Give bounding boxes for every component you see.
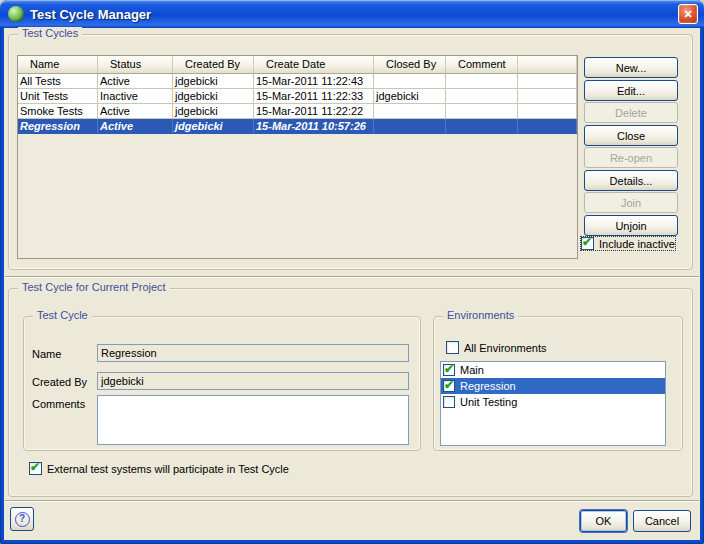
cell-create-date: 15-Mar-2011 11:22:33 [254,89,374,103]
column-header-closed-by[interactable]: Closed By [374,56,446,73]
cell-closed-by [374,104,446,118]
cell-closed-by [374,74,446,88]
created-by-field[interactable] [97,372,409,390]
reopen-button: Re-open [584,147,678,168]
current-project-group: Test Cycle for Current Project Test Cycl… [8,288,693,497]
name-field[interactable] [97,344,409,362]
help-icon: ? [15,512,30,527]
cell-name: Regression [18,119,98,133]
environment-item-main[interactable]: ✔ Main [441,362,665,378]
close-icon: ✕ [683,8,692,20]
footer-divider [5,500,699,502]
test-cycles-group: Test Cycles Name Status Created By Creat… [8,34,693,270]
help-button[interactable]: ? [10,507,34,531]
check-icon: ✔ [582,235,592,249]
ok-button[interactable]: OK [580,510,627,532]
cell-status: Inactive [98,89,173,103]
checkbox-box [446,341,459,354]
external-systems-checkbox[interactable]: ✔ External test systems will participate… [29,462,289,475]
screen: Test Cycle Manager ✕ Test Cycles Name St… [0,0,704,544]
cell-status: Active [98,119,173,133]
checkbox-box: ✔ [443,364,455,376]
table-row-all-tests[interactable]: All Tests Active jdgebicki 15-Mar-2011 1… [18,74,577,89]
current-project-group-label: Test Cycle for Current Project [18,281,170,293]
checkbox-box [443,396,455,408]
table-row-unit-tests[interactable]: Unit Tests Inactive jdgebicki 15-Mar-201… [18,89,577,104]
cancel-button[interactable]: Cancel [633,510,691,532]
checkbox-box: ✔ [581,237,594,250]
table-header-row: Name Status Created By Create Date Close… [18,56,577,74]
cell-status: Active [98,104,173,118]
test-cycle-subgroup: Test Cycle Name Created By Comments [23,316,421,451]
test-cycles-group-label: Test Cycles [18,27,82,39]
cell-comment [446,119,518,133]
details-button[interactable]: Details... [584,170,678,191]
column-header-filler [518,56,577,73]
cell-comment [446,89,518,103]
table-row-smoke-tests[interactable]: Smoke Tests Active jdgebicki 15-Mar-2011… [18,104,577,119]
delete-button: Delete [584,102,678,123]
cell-created-by: jdgebicki [173,104,254,118]
environments-group: Environments All Environments ✔ Main [433,316,683,451]
test-cycles-table: Name Status Created By Create Date Close… [17,55,578,259]
comments-label: Comments [32,398,85,410]
comments-field[interactable] [97,395,409,445]
include-inactive-checkbox[interactable]: ✔ Include inactive [581,237,675,250]
dialog-test-cycle-manager: Test Cycle Manager ✕ Test Cycles Name St… [0,0,704,544]
check-icon: ✔ [30,460,40,474]
environment-label: Unit Testing [460,396,517,408]
cell-closed-by: jdgebicki [374,89,446,103]
title-bar[interactable]: Test Cycle Manager ✕ [0,0,704,28]
checkbox-box: ✔ [443,380,455,392]
environments-list: ✔ Main ✔ Regression Unit Testi [440,361,666,446]
cell-name: Smoke Tests [18,104,98,118]
name-label: Name [32,348,61,360]
app-icon [8,6,24,22]
new-button[interactable]: New... [584,57,678,78]
all-environments-label: All Environments [464,342,547,354]
cell-name: All Tests [18,74,98,88]
column-header-name[interactable]: Name [18,56,98,73]
external-systems-label: External test systems will participate i… [47,463,289,475]
environment-item-regression-selected[interactable]: ✔ Regression [441,378,665,394]
cell-closed-by [374,119,446,133]
column-header-comment[interactable]: Comment [446,56,518,73]
include-inactive-label: Include inactive [599,238,675,250]
cell-name: Unit Tests [18,89,98,103]
cell-filler [518,119,577,133]
created-by-label: Created By [32,376,87,388]
cell-filler [518,104,577,118]
checkbox-box: ✔ [29,462,42,475]
cell-created-by: jdgebicki [173,89,254,103]
cell-filler [518,89,577,103]
cell-comment [446,104,518,118]
check-icon: ✔ [444,362,454,376]
environment-item-unit-testing[interactable]: Unit Testing [441,394,665,410]
check-icon: ✔ [444,378,454,392]
column-header-status[interactable]: Status [98,56,173,73]
environment-label: Main [460,364,484,376]
section-divider [5,276,699,278]
dialog-body: Test Cycles Name Status Created By Creat… [4,28,700,540]
edit-button[interactable]: Edit... [584,80,678,101]
cell-create-date: 15-Mar-2011 11:22:22 [254,104,374,118]
test-cycle-subgroup-label: Test Cycle [33,309,92,321]
close-cycle-button[interactable]: Close [584,125,678,146]
cell-created-by: jdgebicki [173,119,254,133]
cell-filler [518,74,577,88]
cell-create-date: 15-Mar-2011 10:57:26 [254,119,374,133]
environments-group-label: Environments [443,309,518,321]
cell-comment [446,74,518,88]
cell-created-by: jdgebicki [173,74,254,88]
table-row-regression-selected[interactable]: Regression Active jdgebicki 15-Mar-2011 … [18,119,577,134]
close-button[interactable]: ✕ [678,4,698,24]
cell-status: Active [98,74,173,88]
window-title: Test Cycle Manager [30,7,678,22]
unjoin-button[interactable]: Unjoin [584,215,678,236]
column-header-create-date[interactable]: Create Date [254,56,374,73]
column-header-created-by[interactable]: Created By [173,56,254,73]
cell-create-date: 15-Mar-2011 11:22:43 [254,74,374,88]
environment-label: Regression [460,380,516,392]
all-environments-checkbox[interactable]: All Environments [446,341,547,354]
join-button: Join [584,192,678,213]
